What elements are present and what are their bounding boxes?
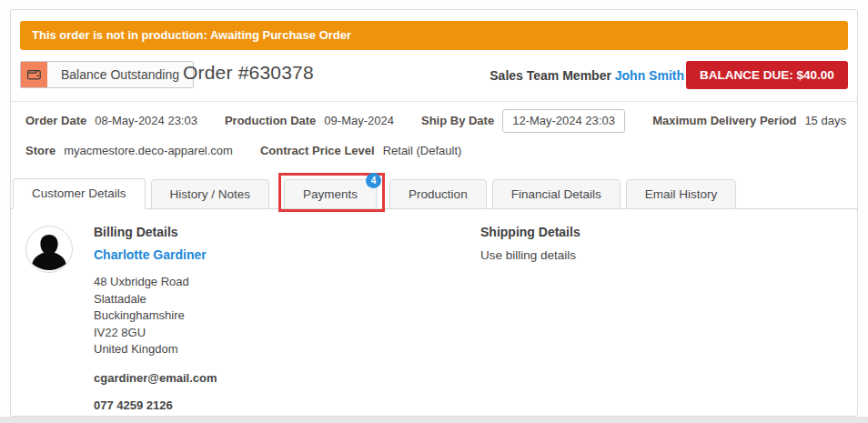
customer-name-link[interactable]: Charlotte Gardiner xyxy=(94,247,207,262)
order-date-field: Order Date 08-May-2024 23:03 xyxy=(25,114,197,127)
page-title: Order #630378 xyxy=(183,62,314,84)
order-date-value: 08-May-2024 23:03 xyxy=(95,114,197,127)
wallet-icon xyxy=(21,62,47,87)
sales-team-line: Sales Team Member John Smith xyxy=(490,68,684,83)
address-line: IV22 8GU xyxy=(94,325,217,342)
tab-bar: Customer Details History / Notes Payment… xyxy=(11,178,857,209)
ship-by-date-input[interactable] xyxy=(502,109,625,133)
address-line: Slattadale xyxy=(94,291,217,308)
details-row-2: Store myacmestore.deco-apparel.com Contr… xyxy=(25,136,848,166)
banner-text: This order is not in production: Awaitin… xyxy=(32,28,351,42)
page-background-strip xyxy=(0,417,868,423)
tab-email-history[interactable]: Email History xyxy=(626,179,737,209)
balance-outstanding-label: Balance Outstanding xyxy=(47,62,193,87)
shipping-heading: Shipping Details xyxy=(480,225,580,239)
tab-history-notes[interactable]: History / Notes xyxy=(151,179,270,209)
address-line: United Kingdom xyxy=(94,341,217,358)
production-date-label: Production Date xyxy=(225,114,316,127)
sales-team-member-link[interactable]: John Smith xyxy=(615,68,684,83)
shipping-details-section: Shipping Details Use billing details xyxy=(480,225,580,262)
billing-heading: Billing Details xyxy=(94,225,217,239)
payments-count-badge: 4 xyxy=(366,173,381,188)
ship-by-date-label: Ship By Date xyxy=(421,114,494,127)
header-divider xyxy=(11,101,857,102)
balance-due-text: BALANCE DUE: $40.00 xyxy=(700,68,834,82)
customer-email: cgardiner@email.com xyxy=(94,371,217,385)
billing-details-section: Billing Details Charlotte Gardiner 48 Ux… xyxy=(94,225,217,412)
billing-address: 48 Uxbridge Road Slattadale Buckinghamsh… xyxy=(94,274,217,358)
address-line: Buckinghamshire xyxy=(94,307,217,325)
contract-price-field: Contract Price Level Retail (Default) xyxy=(260,144,461,157)
address-line: 48 Uxbridge Road xyxy=(94,274,217,291)
ship-by-date-field: Ship By Date xyxy=(421,109,625,133)
tab-production[interactable]: Production xyxy=(389,179,487,209)
shipping-text: Use billing details xyxy=(480,248,580,262)
production-status-banner: This order is not in production: Awaitin… xyxy=(20,21,848,50)
store-label: Store xyxy=(25,144,56,157)
store-field: Store myacmestore.deco-apparel.com xyxy=(25,144,233,157)
order-details: Order Date 08-May-2024 23:03 Production … xyxy=(25,106,848,166)
tab-payments-label: Payments xyxy=(303,187,358,201)
balance-outstanding-button[interactable]: Balance Outstanding xyxy=(20,61,194,88)
production-date-field: Production Date 09-May-2024 xyxy=(225,114,394,127)
contract-price-label: Contract Price Level xyxy=(260,144,375,157)
store-value: myacmestore.deco-apparel.com xyxy=(64,144,233,157)
tab-financial-details[interactable]: Financial Details xyxy=(492,179,621,209)
order-date-label: Order Date xyxy=(25,114,86,127)
max-delivery-value: 15 days xyxy=(804,114,846,127)
tab-payments[interactable]: Payments 4 xyxy=(284,179,377,209)
sales-team-label: Sales Team Member xyxy=(490,68,611,83)
avatar xyxy=(25,226,73,273)
order-card: This order is not in production: Awaitin… xyxy=(10,9,858,417)
max-delivery-field: Maximum Delivery Period 15 days xyxy=(652,114,846,127)
production-date-value: 09-May-2024 xyxy=(324,114,394,127)
contract-price-value: Retail (Default) xyxy=(383,144,462,157)
balance-due-badge: BALANCE DUE: $40.00 xyxy=(686,61,848,89)
max-delivery-label: Maximum Delivery Period xyxy=(652,114,796,127)
customer-details-panel: Billing Details Charlotte Gardiner 48 Ux… xyxy=(11,209,857,416)
tab-customer-details[interactable]: Customer Details xyxy=(13,178,146,209)
details-row-1: Order Date 08-May-2024 23:03 Production … xyxy=(25,106,848,136)
customer-phone: 077 4259 2126 xyxy=(94,398,217,412)
person-icon xyxy=(26,227,72,272)
